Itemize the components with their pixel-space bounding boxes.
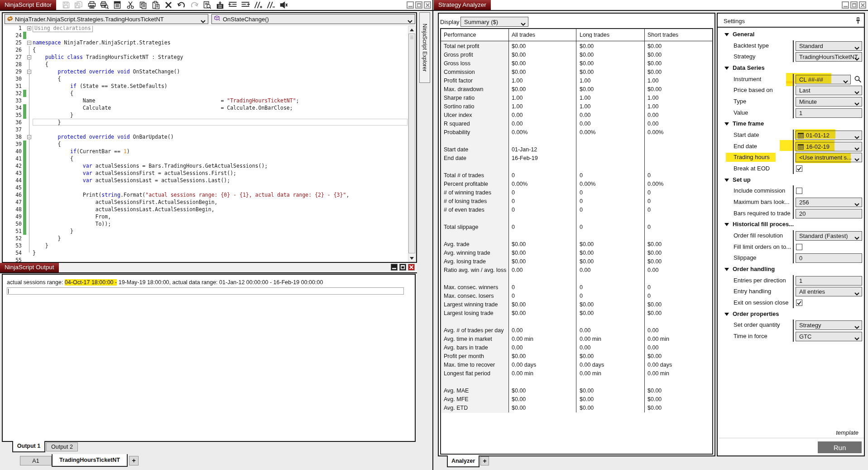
output-maximize-button[interactable] xyxy=(399,264,406,271)
output-close-button[interactable] xyxy=(408,264,415,271)
code-line-32[interactable]: 32 { xyxy=(4,90,410,97)
table-row-start-date[interactable]: Start date01-Jan-12 xyxy=(441,145,712,154)
table-row-max-drawdown[interactable]: Max. drawdown$0.00$0.00$0.00 xyxy=(441,85,712,94)
analyzer-maximize-button[interactable] xyxy=(850,1,858,9)
display-dropdown[interactable]: Summary ($) xyxy=(460,17,528,27)
setting-control-order-fill-resolution[interactable]: Standard (Fastest) xyxy=(796,231,862,241)
add-analyzer-tab-button[interactable]: + xyxy=(480,456,489,465)
table-row-gross-loss[interactable]: Gross loss$0.00$0.00$0.00 xyxy=(441,59,712,68)
setting-control-exit-on-session-close-checkbox[interactable] xyxy=(796,300,802,306)
table-row-gross-profit[interactable]: Gross profit$0.00$0.00$0.00 xyxy=(441,51,712,59)
header-all-trades[interactable]: All trades xyxy=(512,29,575,38)
output-tab-2[interactable]: Output 2 xyxy=(46,442,78,451)
print-icon[interactable] xyxy=(87,0,97,10)
settings-section-set-up[interactable]: Set up xyxy=(733,176,751,183)
setting-control-backtest-type[interactable]: Standard xyxy=(796,41,862,51)
find-icon[interactable] xyxy=(202,0,212,10)
file-tab-a1[interactable]: A1 xyxy=(20,456,52,465)
code-line-27[interactable]: 27− public class TradingHoursTicketNT : … xyxy=(4,53,410,61)
code-line-44[interactable]: 44 var actualSessionsLast = actualSessio… xyxy=(4,177,410,184)
section-collapse-icon[interactable] xyxy=(724,33,729,36)
save-icon[interactable] xyxy=(61,0,71,10)
pin-icon[interactable] xyxy=(856,17,860,24)
uncomment-icon[interactable] xyxy=(266,0,276,10)
table-row-blank[interactable] xyxy=(441,232,712,240)
code-line-42[interactable]: 42 var actualSessions = Bars.TradingHour… xyxy=(4,162,410,170)
code-line-30[interactable]: 30 { xyxy=(4,75,410,82)
code-line-34[interactable]: 34 Calculate = Calculate.OnBarClose; xyxy=(4,104,410,111)
table-row-avg-losing-trade[interactable]: Avg. losing trade$0.00$0.00$0.00 xyxy=(441,257,712,266)
cut-icon[interactable] xyxy=(125,0,135,10)
table-row-blank[interactable] xyxy=(441,214,712,223)
table-row-max-consec-losers[interactable]: Max. consec. losers000 xyxy=(441,292,712,300)
setting-control-entry-handling[interactable]: All entries xyxy=(796,287,862,296)
table-row-max-consec-winners[interactable]: Max. consec. winners000 xyxy=(441,283,712,292)
header-short-trades[interactable]: Short trades xyxy=(647,29,711,38)
save-all-icon[interactable] xyxy=(74,0,84,10)
setting-control-price-based-on[interactable]: Last xyxy=(796,86,862,95)
table-row-avg-time-in-market[interactable]: Avg. time in market0.00 min0.00 min0.00 … xyxy=(441,335,712,344)
settings-section-historical-fill-proces[interactable]: Historical fill proces... xyxy=(733,221,794,228)
table-row-blank[interactable] xyxy=(441,137,712,145)
mute-icon[interactable] xyxy=(279,0,289,10)
print-preview-icon[interactable] xyxy=(100,0,110,10)
add-file-tab-button[interactable]: + xyxy=(129,456,139,465)
table-row-max-time-to-recover[interactable]: Max. time to recover0.00 days0.00 days0.… xyxy=(441,361,712,369)
table-row-avg-mae[interactable]: Avg. MAE$0.00$0.00$0.00 xyxy=(441,387,712,395)
table-row-ratio-avg-win-avg-loss[interactable]: Ratio avg. win / avg. loss0.000.000.00 xyxy=(441,266,712,275)
setting-control-fill-limit-orders-on-to-checkbox[interactable] xyxy=(796,244,802,250)
section-collapse-icon[interactable] xyxy=(724,223,729,226)
table-row-sortino-ratio[interactable]: Sortino ratio1.001.001.00 xyxy=(441,102,712,111)
settings-section-general[interactable]: General xyxy=(733,31,754,38)
code-line-26[interactable]: 26{ xyxy=(4,46,410,53)
indent-icon[interactable] xyxy=(240,0,250,10)
code-line-54[interactable]: 54} xyxy=(4,249,410,257)
setting-control-strategy[interactable]: TradingHoursTicketNT xyxy=(796,52,862,62)
editor-minimize-button[interactable] xyxy=(407,1,414,9)
collapsed-region-box[interactable]: Using declarations xyxy=(33,26,93,32)
table-row-blank[interactable] xyxy=(441,163,712,171)
code-line-50[interactable]: 50 To)); xyxy=(4,220,410,228)
setting-control-slippage[interactable]: 0 xyxy=(796,253,862,263)
table-row-total-of-trades[interactable]: Total # of trades000 xyxy=(441,171,712,180)
code-line-40[interactable]: 40 if(CurrentBar == 1) xyxy=(4,148,410,155)
template-icon[interactable] xyxy=(112,0,122,10)
code-line-49[interactable]: 49 From, xyxy=(4,213,410,220)
output-tab-1[interactable]: Output 1 xyxy=(12,441,45,452)
code-line-28[interactable]: 28 { xyxy=(4,61,410,68)
settings-section-data-series[interactable]: Data Series xyxy=(733,64,765,71)
code-line-46[interactable]: 46 Print(string.Format("actual sessions … xyxy=(4,191,410,199)
copy-icon[interactable] xyxy=(138,0,148,10)
scroll-up-icon[interactable] xyxy=(408,26,416,33)
setting-control-entries-per-direction[interactable]: 1 xyxy=(796,276,862,286)
settings-section-order-handling[interactable]: Order handling xyxy=(733,266,775,272)
table-row-blank[interactable] xyxy=(441,318,712,326)
instrument-search-icon[interactable] xyxy=(854,75,862,83)
code-line-1[interactable]: 1+Using declarations xyxy=(4,26,410,32)
table-row-blank[interactable] xyxy=(441,378,712,387)
compile-icon[interactable] xyxy=(215,0,225,10)
table-row-percent-profitable[interactable]: Percent profitable0.00%0.00%0.00% xyxy=(441,180,712,189)
setting-control-set-order-quantity[interactable]: Strategy xyxy=(796,320,862,330)
fold-collapse-icon[interactable]: − xyxy=(27,70,31,74)
table-row-avg-bars-in-trade[interactable]: Avg. bars in trade0.000.000.00 xyxy=(441,344,712,352)
table-row-avg-trade[interactable]: Avg. trade$0.00$0.00$0.00 xyxy=(441,240,712,249)
outdent-icon[interactable] xyxy=(228,0,238,10)
code-line-41[interactable]: 41 { xyxy=(4,155,410,162)
analyzer-close-button[interactable] xyxy=(859,1,866,9)
output-minimize-button[interactable] xyxy=(391,264,398,271)
table-row-total-net-profit[interactable]: Total net profit$0.00$0.00$0.00 xyxy=(441,42,712,51)
code-line-51[interactable]: 51 } xyxy=(4,228,410,235)
code-line-35[interactable]: 35 } xyxy=(4,111,410,119)
ninjascript-explorer-tab[interactable]: NinjaScript Explorer xyxy=(419,12,430,83)
table-row-profit-factor[interactable]: Profit factor1.001.001.00 xyxy=(441,77,712,85)
table-row-largest-losing-trade[interactable]: Largest losing trade$0.00$0.00$0.00 xyxy=(441,309,712,318)
file-tab-tradinghoursticketnt[interactable]: TradingHoursTicketNT xyxy=(52,454,128,467)
code-line-39[interactable]: 39 { xyxy=(4,141,410,148)
code-line-55[interactable]: 55 xyxy=(4,257,410,262)
code-line-24[interactable]: 24 xyxy=(4,32,410,39)
table-row-probability[interactable]: Probability0.00%0.00%0.00% xyxy=(441,128,712,137)
editor-close-button[interactable] xyxy=(424,1,431,9)
run-button[interactable]: Run xyxy=(818,441,862,453)
code-line-52[interactable]: 52 } xyxy=(4,235,410,242)
